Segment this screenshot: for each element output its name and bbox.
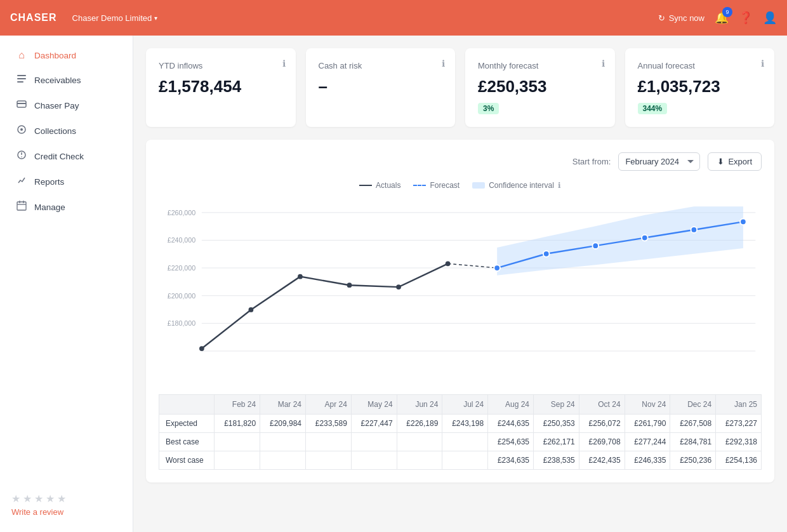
svg-rect-0 (17, 75, 26, 76)
kpi-cash-at-risk-label: Cash at risk (319, 61, 443, 70)
forecast-dot-nov (642, 235, 648, 241)
kpi-ytd-info-icon[interactable]: ℹ (282, 58, 286, 69)
row-label-worst-case: Worst case (159, 451, 215, 470)
actuals-dot-feb (199, 346, 204, 351)
sidebar-label-collections: Collections (34, 126, 76, 136)
sync-now-button[interactable]: ↻ Sync now (658, 13, 704, 23)
sidebar-item-reports[interactable]: Reports (4, 169, 129, 194)
cell-expected-oct24: £256,072 (579, 415, 625, 433)
cell-worst-aug24: £234,635 (488, 451, 534, 470)
legend-forecast: Forecast (413, 181, 460, 190)
start-from-label: Start from: (572, 157, 611, 166)
kpi-monthly-info-icon[interactable]: ℹ (602, 58, 605, 69)
kpi-monthly-badge: 3% (478, 103, 499, 114)
svg-text:£180,000: £180,000 (168, 319, 196, 327)
kpi-monthly-forecast: Monthly forecast £250,353 3% ℹ (465, 48, 615, 127)
home-icon: ⌂ (15, 50, 28, 61)
cell-expected-jul24: £243,198 (442, 415, 488, 433)
rating-stars[interactable]: ★ ★ ★ ★ ★ (11, 493, 121, 505)
star-5[interactable]: ★ (57, 493, 66, 505)
cell-best-jan25: £292,318 (716, 433, 762, 451)
kpi-annual-value: £1,035,723 (638, 77, 762, 96)
table-row-worst-case: Worst case £234,635 £238,535 £242,435 £2… (159, 451, 762, 470)
col-jul24: Jul 24 (442, 395, 488, 415)
company-name: Chaser Demo Limited (72, 13, 152, 23)
sidebar-item-receivables[interactable]: Receivables (4, 67, 129, 93)
cell-worst-oct24: £242,435 (579, 451, 625, 470)
svg-text:£260,000: £260,000 (168, 209, 196, 216)
col-mar24: Mar 24 (260, 395, 306, 415)
confidence-info-icon[interactable]: ℹ (558, 181, 561, 190)
help-button[interactable]: ❓ (739, 11, 753, 25)
actuals-dot-may (347, 283, 352, 288)
user-icon: 👤 (763, 11, 777, 24)
cell-best-sep24: £262,171 (534, 433, 579, 451)
kpi-row: YTD inflows £1,578,454 ℹ Cash at risk – … (146, 48, 774, 127)
col-nov24: Nov 24 (625, 395, 670, 415)
sidebar-label-dashboard: Dashboard (34, 51, 76, 60)
star-3[interactable]: ★ (34, 493, 43, 505)
svg-text:£240,000: £240,000 (168, 236, 196, 244)
topnav-right: ↻ Sync now 🔔 9 ❓ 👤 (658, 11, 777, 25)
chaser-pay-icon (15, 99, 28, 112)
cell-expected-jun24: £226,189 (397, 415, 442, 433)
svg-text:£220,000: £220,000 (168, 264, 196, 272)
sidebar: ⌂ Dashboard Receivables Chaser Pay Colle… (0, 36, 133, 532)
cell-best-nov24: £277,244 (625, 433, 670, 451)
cell-best-aug24: £254,635 (488, 433, 534, 451)
cell-best-dec24: £284,781 (670, 433, 716, 451)
forecast-dot-aug (494, 265, 500, 271)
chart-area: £260,000 £240,000 £220,000 £200,000 £180… (159, 197, 762, 384)
notifications-button[interactable]: 🔔 9 (715, 11, 729, 25)
svg-point-9 (21, 156, 22, 157)
actuals-dot-apr (298, 274, 303, 279)
kpi-annual-badge: 344% (638, 103, 668, 114)
user-button[interactable]: 👤 (763, 11, 777, 25)
sidebar-item-collections[interactable]: Collections (4, 118, 129, 143)
svg-rect-1 (17, 78, 26, 79)
collections-icon (15, 124, 28, 137)
confidence-band (497, 206, 743, 276)
chevron-down-icon: ▾ (154, 15, 157, 22)
star-2[interactable]: ★ (23, 493, 32, 505)
forecast-table: Feb 24 Mar 24 Apr 24 May 24 Jun 24 Jul 2… (159, 394, 762, 470)
kpi-cash-at-risk: Cash at risk – ℹ (306, 48, 456, 127)
receivables-icon (15, 74, 28, 86)
table-header-row: Feb 24 Mar 24 Apr 24 May 24 Jun 24 Jul 2… (159, 395, 762, 415)
sidebar-item-credit-check[interactable]: Credit Check (4, 143, 129, 169)
sidebar-item-chaser-pay[interactable]: Chaser Pay (4, 93, 129, 118)
export-button[interactable]: ⬇ Export (708, 152, 762, 171)
sidebar-item-manage[interactable]: Manage (4, 194, 129, 220)
forecast-line-icon (413, 185, 426, 186)
reports-icon (15, 175, 28, 188)
start-from-select[interactable]: February 2024 January 2024 March 2024 (618, 152, 700, 171)
forecast-dot-sep (543, 251, 550, 257)
kpi-ytd-inflows-value: £1,578,454 (159, 77, 283, 96)
forecast-dot-jan (740, 219, 746, 225)
star-1[interactable]: ★ (11, 493, 20, 505)
chart-container: Start from: February 2024 January 2024 M… (146, 140, 774, 482)
cell-worst-jan25: £254,136 (716, 451, 762, 470)
cell-expected-nov24: £261,790 (625, 415, 670, 433)
cell-worst-dec24: £250,236 (670, 451, 716, 470)
main-content: YTD inflows £1,578,454 ℹ Cash at risk – … (133, 36, 787, 532)
write-review-link[interactable]: Write a review (11, 507, 121, 517)
notification-badge: 9 (722, 7, 732, 17)
kpi-annual-info-icon[interactable]: ℹ (761, 58, 764, 69)
cell-expected-jan25: £273,227 (716, 415, 762, 433)
col-apr24: Apr 24 (306, 395, 352, 415)
company-selector[interactable]: Chaser Demo Limited ▾ (72, 13, 158, 23)
kpi-cash-info-icon[interactable]: ℹ (442, 58, 445, 69)
star-4[interactable]: ★ (46, 493, 55, 505)
cell-worst-nov24: £246,335 (625, 451, 670, 470)
kpi-ytd-inflows: YTD inflows £1,578,454 ℹ (146, 48, 296, 127)
sidebar-label-receivables: Receivables (34, 76, 81, 85)
row-label-expected: Expected (159, 415, 215, 433)
chart-legend: Actuals Forecast Confidence interval ℹ (159, 181, 762, 190)
kpi-ytd-inflows-label: YTD inflows (159, 61, 283, 70)
chaser-logo: CHASER (10, 12, 57, 23)
sidebar-label-reports: Reports (34, 177, 64, 187)
sidebar-item-dashboard[interactable]: ⌂ Dashboard (4, 43, 129, 67)
svg-text:£200,000: £200,000 (168, 292, 196, 300)
cell-expected-feb24: £181,820 (215, 415, 260, 433)
